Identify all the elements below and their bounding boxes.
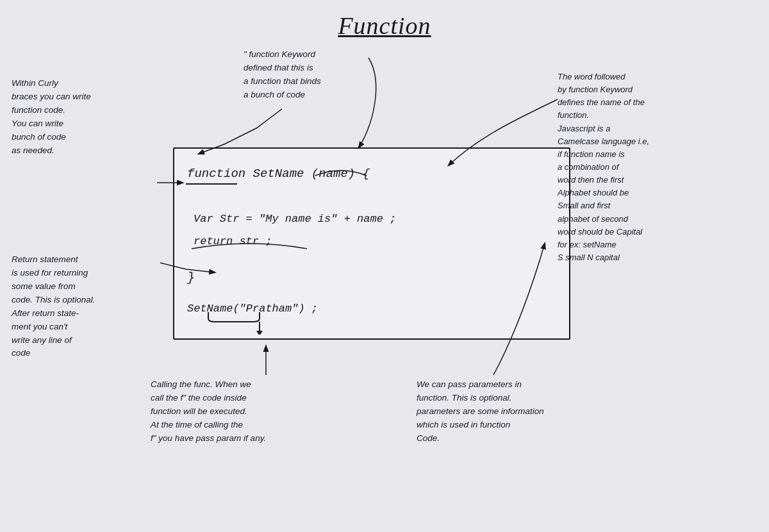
annotation-top-center: " function Keyword defined that this is … <box>244 48 372 102</box>
annotation-bottom-center: Calling the func. When we call the f" th… <box>151 378 388 445</box>
annotation-left: Within Curly braces you can write functi… <box>12 77 156 158</box>
svg-marker-1 <box>256 331 263 335</box>
return-curve-svg <box>188 237 310 250</box>
page-title: Function <box>338 12 431 40</box>
code-line-4: } <box>187 270 195 285</box>
function-underline <box>186 183 237 185</box>
annotation-bottom-right: We can pass parameters in function. This… <box>417 378 654 445</box>
curly-brace-svg <box>189 309 317 335</box>
code-line-2: Var Str = "My name is" + name ; <box>194 213 396 225</box>
annotation-left-bottom: Return statement is used for returning s… <box>12 253 162 360</box>
page: Function function SetName (name) { Var S… <box>0 0 769 532</box>
annotation-top-right: The word followed by function Keyword de… <box>558 71 747 264</box>
paren-curve-svg <box>312 164 370 177</box>
